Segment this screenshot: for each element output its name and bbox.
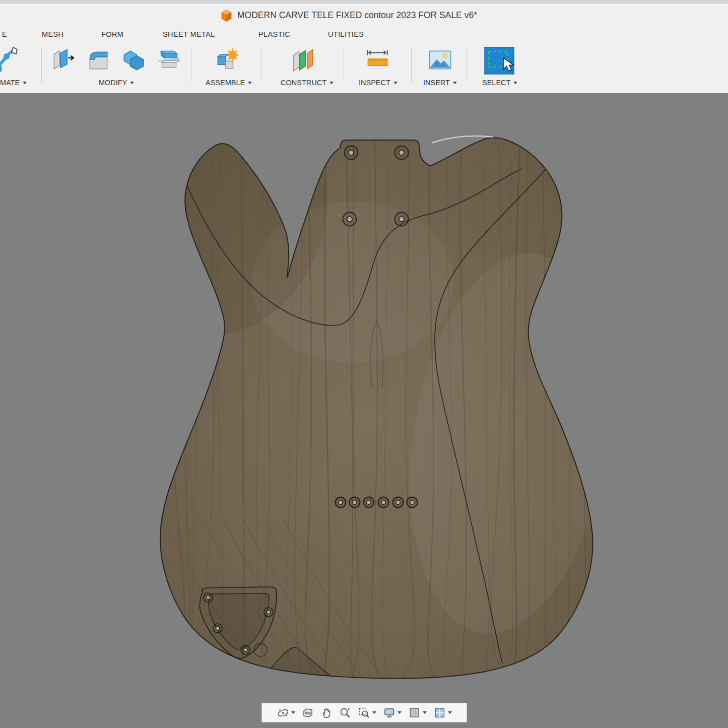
- look-at-button[interactable]: [300, 706, 315, 720]
- tab-partial-left[interactable]: E: [2, 30, 7, 38]
- zoom-button[interactable]: [338, 706, 353, 720]
- tab-utilities[interactable]: UTILITIES: [328, 30, 364, 38]
- title-bar: MODERN CARVE TELE FIXED contour 2023 FOR…: [0, 5, 728, 26]
- dropdown-caret-icon: [513, 82, 517, 84]
- toolbar-divider: [344, 48, 344, 83]
- dropdown-caret-icon: [423, 711, 427, 714]
- combine-tool-icon[interactable]: [120, 46, 147, 76]
- pan-icon: [320, 707, 333, 719]
- document-cube-icon: [221, 9, 232, 22]
- tab-sheet-metal[interactable]: SHEET METAL: [163, 30, 215, 38]
- dropdown-caret-icon: [130, 82, 134, 84]
- assemble-tool-icon[interactable]: [213, 46, 240, 76]
- look-at-icon: [302, 707, 314, 719]
- grid-settings-icon: [408, 707, 421, 719]
- document-title: MODERN CARVE TELE FIXED contour 2023 FOR…: [237, 10, 477, 21]
- construct-group-label[interactable]: CONSTRUCT: [281, 79, 334, 87]
- toolbar-divider: [261, 48, 261, 83]
- inspect-tool-icon[interactable]: [364, 46, 391, 76]
- tab-mesh[interactable]: MESH: [42, 30, 64, 38]
- zoom-window-icon: [358, 707, 371, 719]
- dropdown-caret-icon: [329, 82, 334, 84]
- viewports-button[interactable]: [432, 706, 453, 720]
- orbit-button[interactable]: [275, 706, 297, 720]
- dropdown-caret-icon: [291, 711, 295, 714]
- grid-settings-button[interactable]: [407, 706, 428, 720]
- dropdown-caret-icon: [372, 711, 376, 714]
- display-settings-icon: [383, 707, 396, 719]
- dropdown-caret-icon: [398, 711, 402, 714]
- split-body-tool-icon[interactable]: [155, 46, 182, 76]
- select-group-label[interactable]: SELECT: [482, 79, 517, 87]
- zoom-window-button[interactable]: [356, 706, 378, 720]
- view-navigation-bar: [261, 703, 467, 722]
- automate-group-label[interactable]: MATE: [0, 79, 27, 87]
- construct-tool-icon[interactable]: [289, 46, 316, 76]
- dropdown-caret-icon: [448, 711, 452, 714]
- toolbar-divider: [191, 48, 191, 83]
- ribbon-toolbar: MATE: [0, 43, 728, 94]
- inspect-group-label[interactable]: INSPECT: [359, 79, 398, 87]
- workspace-tab-row: E MESH FORM SHEET METAL PLASTIC UTILITIE…: [0, 26, 728, 43]
- dropdown-caret-icon: [453, 82, 457, 84]
- tab-plastic[interactable]: PLASTIC: [258, 30, 290, 38]
- dropdown-caret-icon: [393, 82, 398, 84]
- fillet-tool-icon[interactable]: [85, 46, 112, 76]
- viewports-icon: [433, 707, 446, 719]
- toolbar-divider: [411, 48, 412, 83]
- orbit-icon: [277, 707, 290, 719]
- pan-button[interactable]: [319, 706, 334, 720]
- toolbar-divider: [41, 48, 42, 83]
- automate-tool-icon[interactable]: [0, 46, 18, 78]
- select-tool-icon[interactable]: [484, 46, 515, 78]
- fusion360-window: MODERN CARVE TELE FIXED contour 2023 FOR…: [0, 0, 728, 728]
- dropdown-caret-icon: [248, 82, 252, 84]
- viewport-canvas[interactable]: [0, 93, 728, 728]
- display-settings-button[interactable]: [381, 706, 403, 720]
- assemble-group-label[interactable]: ASSEMBLE: [206, 79, 252, 87]
- press-pull-tool-icon[interactable]: [49, 46, 77, 76]
- insert-tool-icon[interactable]: [426, 46, 453, 76]
- dropdown-caret-icon: [23, 82, 27, 84]
- insert-group-label[interactable]: INSERT: [423, 79, 457, 87]
- modify-group-label[interactable]: MODIFY: [99, 79, 134, 87]
- tab-form[interactable]: FORM: [101, 30, 123, 38]
- window-top-strip: [0, 0, 728, 5]
- zoom-icon: [339, 707, 351, 719]
- toolbar-divider: [467, 48, 467, 83]
